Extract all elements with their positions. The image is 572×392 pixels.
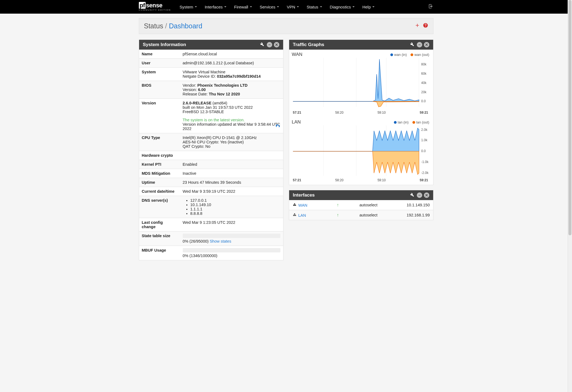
lastcfg-value: Wed Mar 9 1:23:05 UTC 2022 (180, 218, 283, 231)
bios-value: Vendor: Phoenix Technologies LTD Version… (180, 81, 283, 99)
nav-help[interactable]: Help (359, 1, 378, 13)
table-row: WAN ↑ autoselect 10.1.149.150 (289, 200, 433, 210)
list-item: 10.1.149.10 (190, 203, 280, 207)
top-navbar: pfsense COMMUNITY EDITION System Interfa… (0, 0, 572, 14)
svg-rect-31 (293, 215, 296, 215)
svg-text:0.0: 0.0 (421, 99, 426, 103)
row-label: Hardware crypto (139, 151, 180, 160)
svg-rect-28 (294, 215, 295, 216)
svg-text:20k: 20k (421, 90, 427, 94)
brand-logo[interactable]: pfsense COMMUNITY EDITION (139, 2, 171, 11)
chevron-down-icon (297, 6, 299, 7)
svg-text:80k: 80k (421, 62, 427, 66)
chevron-down-icon (250, 6, 252, 7)
row-label: MDS Mitigation (139, 169, 180, 178)
version-value: 2.6.0-RELEASE (amd64) built on Mon Jan 3… (180, 99, 283, 133)
nav-diagnostics[interactable]: Diagnostics (327, 1, 358, 13)
legend-lan-in: lan (in) (394, 120, 409, 124)
breadcrumb-slash: / (165, 22, 167, 30)
scrollbar-thumb[interactable] (568, 0, 571, 235)
interface-lan-link[interactable]: LAN (298, 213, 306, 218)
nav-status[interactable]: Status (303, 1, 325, 13)
row-label: User (139, 59, 180, 68)
arrow-up-icon: ↑ (337, 203, 339, 207)
network-icon (292, 213, 297, 218)
cpu-value: Intel(R) Xeon(R) CPU D-1541 @ 2.10GHz AE… (180, 133, 283, 151)
close-icon[interactable]: ✕ (424, 42, 429, 47)
xtick: 58:20 (335, 111, 343, 114)
svg-rect-29 (295, 215, 296, 216)
list-item: 8.8.8.8 (190, 211, 280, 216)
row-label: DNS server(s) (139, 196, 180, 218)
xtick: 58:20 (335, 178, 343, 182)
interface-wan-link[interactable]: WAN (298, 203, 307, 207)
mds-value: Inactive (180, 169, 283, 178)
row-label: MBUF Usage (139, 246, 180, 260)
svg-rect-22 (294, 205, 295, 206)
minimize-icon[interactable]: − (417, 192, 422, 198)
wrench-icon[interactable] (410, 42, 414, 47)
svg-rect-23 (295, 205, 296, 206)
datetime-value: Wed Mar 9 3:59:19 UTC 2022 (180, 187, 283, 196)
row-label: Last config change (139, 218, 180, 231)
breadcrumb-dashboard[interactable]: Dashboard (169, 22, 202, 30)
legend-lan-out: lan (out) (412, 120, 429, 124)
chevron-down-icon (320, 6, 322, 7)
dns-value: 127.0.0.1 10.1.149.10 1.1.1.1 8.8.8.8 (180, 196, 283, 218)
close-icon[interactable]: ✕ (424, 192, 429, 198)
minimize-icon[interactable]: − (417, 42, 422, 47)
help-icon[interactable] (423, 23, 428, 29)
svg-text:40k: 40k (421, 81, 427, 85)
brand-subtitle: COMMUNITY EDITION (139, 9, 171, 11)
nav-system[interactable]: System (176, 1, 200, 13)
scrollbar[interactable]: ▴ (568, 0, 572, 260)
chevron-down-icon (224, 6, 226, 7)
panel-title: Traffic Graphs (293, 42, 410, 47)
wrench-icon[interactable] (260, 42, 264, 47)
nav-firewall[interactable]: Firewall (231, 1, 255, 13)
xtick: 59:21 (420, 111, 428, 114)
legend-wan-in: wan (in) (390, 53, 407, 57)
nav-services[interactable]: Services (256, 1, 283, 13)
hostname-value: pfSense.cloud.local (180, 50, 283, 59)
page-header: Status / Dashboard (139, 18, 433, 34)
svg-rect-20 (294, 203, 295, 204)
version-status: The system is on the latest version. (183, 118, 280, 122)
user-value: admin@192.168.1.212 (Local Database) (180, 59, 283, 68)
close-icon[interactable]: ✕ (274, 42, 279, 47)
svg-text:-2.0k: -2.0k (421, 171, 429, 175)
table-row: LAN ↑ autoselect 192.168.1.99 (289, 210, 433, 220)
row-label: BIOS (139, 81, 180, 99)
panel-title: System Information (143, 42, 260, 47)
wrench-icon[interactable] (410, 192, 414, 198)
kpti-value: Enabled (180, 160, 283, 169)
refresh-icon[interactable] (275, 125, 280, 131)
show-states-link[interactable]: Show states (210, 239, 231, 243)
svg-text:1.0k: 1.0k (421, 138, 428, 142)
logout-icon[interactable] (428, 4, 433, 10)
breadcrumb-status: Status (144, 22, 163, 30)
svg-rect-21 (293, 205, 294, 206)
minimize-icon[interactable]: − (267, 42, 272, 47)
traffic-graphs-panel: Traffic Graphs − ✕ WAN wan (in) wan (out… (289, 40, 433, 185)
svg-rect-26 (294, 213, 295, 214)
nav-interfaces[interactable]: Interfaces (201, 1, 230, 13)
graph-title: WAN (292, 52, 391, 57)
svg-text:-1.0k: -1.0k (421, 160, 429, 164)
xtick: 59:21 (420, 178, 428, 182)
xtick: 57:21 (293, 178, 301, 182)
system-information-panel: System Information − ✕ NamepfSense.cloud… (139, 40, 283, 260)
nav-vpn[interactable]: VPN (283, 1, 302, 13)
chevron-down-icon (277, 6, 279, 7)
chevron-down-icon (352, 6, 355, 7)
ip-value: 192.168.1.99 (403, 210, 433, 220)
add-widget-icon[interactable] (415, 23, 420, 29)
row-label: Version (139, 99, 180, 133)
hwcrypto-value (180, 151, 283, 160)
wan-chart: 80k 60k 40k 20k 0.0 (291, 58, 430, 110)
brand-sense: sense (146, 2, 162, 9)
arrow-up-icon: ↑ (337, 213, 339, 217)
state-value: 0% (26/95000) Show states (180, 231, 283, 246)
svg-rect-25 (293, 204, 296, 205)
uptime-value: 23 Hours 47 Minutes 39 Seconds (180, 178, 283, 187)
